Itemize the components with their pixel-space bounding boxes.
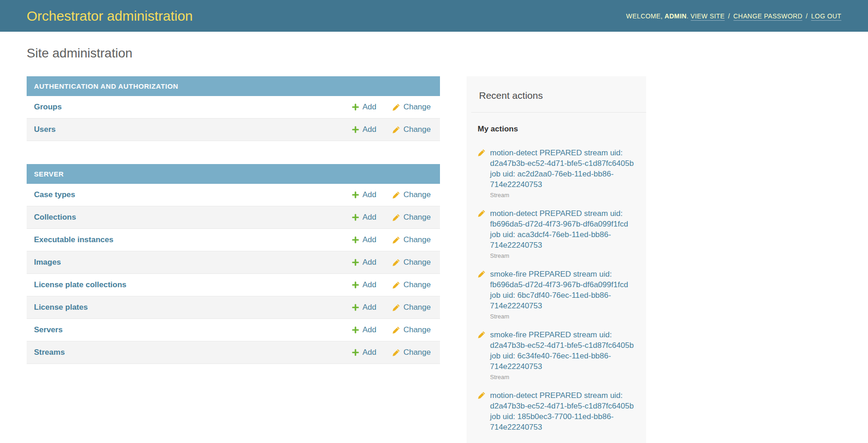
license-plate-collections-change-link[interactable]: Change	[392, 280, 431, 290]
plus-icon	[352, 259, 359, 266]
recent-action-link[interactable]: smoke-fire PREPARED stream uid: fb696da5…	[490, 269, 637, 311]
model-row-images: Images Add Change	[27, 251, 440, 274]
welcome-text: WELCOME,	[626, 12, 662, 20]
license-plates-add-link[interactable]: Add	[352, 303, 376, 312]
my-actions-subtitle: My actions	[478, 125, 635, 134]
module-auth: AUTHENTICATION AND AUTHORIZATION Groups …	[27, 76, 440, 141]
recent-action-link[interactable]: motion-detect PREPARED stream uid: d2a47…	[490, 148, 637, 190]
case-types-add-link[interactable]: Add	[352, 190, 376, 199]
plus-icon	[352, 126, 359, 133]
model-row-streams: Streams Add Change	[27, 341, 440, 364]
recent-action-link[interactable]: motion-detect PREPARED stream uid: fb696…	[490, 208, 637, 250]
add-label: Add	[362, 213, 376, 222]
site-branding[interactable]: Orchestrator administration	[27, 8, 193, 24]
groups-link[interactable]: Groups	[34, 102, 352, 112]
users-add-link[interactable]: Add	[352, 125, 376, 134]
executable-instances-change-link[interactable]: Change	[392, 235, 431, 244]
executable-instances-link[interactable]: Executable instances	[34, 235, 352, 244]
license-plates-link[interactable]: License plates	[34, 303, 352, 312]
add-label: Add	[362, 280, 376, 290]
log-out-link[interactable]: LOG OUT	[811, 12, 841, 21]
change-label: Change	[403, 303, 431, 312]
change-label: Change	[403, 190, 431, 199]
recent-actions-title: Recent actions	[471, 76, 646, 113]
pencil-icon	[478, 149, 485, 157]
recent-action-link[interactable]: smoke-fire PREPARED stream uid: d2a47b3b…	[490, 329, 637, 372]
change-label: Change	[403, 325, 431, 335]
plus-icon	[352, 326, 359, 334]
pencil-icon	[478, 270, 485, 278]
change-label: Change	[403, 258, 431, 267]
pencil-icon	[392, 349, 400, 357]
recent-action-type: Stream	[490, 312, 637, 320]
recent-action-entry: motion-detect PREPARED stream uid: d2a47…	[478, 148, 637, 199]
plus-icon	[352, 236, 359, 244]
servers-link[interactable]: Servers	[34, 325, 352, 335]
model-row-executable-instances: Executable instances Add Change	[27, 229, 440, 251]
model-row-license-plates: License plates Add Change	[27, 296, 440, 319]
users-change-link[interactable]: Change	[392, 125, 431, 134]
change-label: Change	[403, 125, 431, 134]
plus-icon	[352, 103, 359, 111]
change-password-link[interactable]: CHANGE PASSWORD	[733, 12, 802, 21]
view-site-link[interactable]: VIEW SITE	[691, 12, 725, 21]
model-row-collections: Collections Add Change	[27, 206, 440, 229]
recent-action-entry: smoke-fire PREPARED stream uid: d2a47b3b…	[478, 329, 637, 381]
groups-change-link[interactable]: Change	[392, 102, 431, 112]
images-add-link[interactable]: Add	[352, 258, 376, 267]
recent-action-link[interactable]: motion-detect PREPARED stream uid: d2a47…	[490, 390, 637, 432]
license-plate-collections-link[interactable]: License plate collections	[34, 280, 352, 290]
recent-action-type: Stream	[490, 252, 637, 260]
add-label: Add	[362, 190, 376, 199]
main-column: Site administration AUTHENTICATION AND A…	[27, 32, 440, 387]
link-separator: /	[728, 12, 730, 20]
case-types-change-link[interactable]: Change	[392, 190, 431, 199]
add-label: Add	[362, 258, 376, 267]
license-plates-change-link[interactable]: Change	[392, 303, 431, 312]
add-label: Add	[362, 102, 376, 112]
add-label: Add	[362, 235, 376, 244]
content: Site administration AUTHENTICATION AND A…	[0, 32, 868, 443]
change-label: Change	[403, 348, 431, 357]
executable-instances-add-link[interactable]: Add	[352, 235, 376, 244]
username: ADMIN	[665, 12, 687, 20]
collections-add-link[interactable]: Add	[352, 213, 376, 222]
images-link[interactable]: Images	[34, 258, 352, 267]
add-label: Add	[362, 303, 376, 312]
pencil-icon	[392, 236, 400, 244]
groups-add-link[interactable]: Add	[352, 102, 376, 112]
add-label: Add	[362, 325, 376, 335]
module-caption[interactable]: AUTHENTICATION AND AUTHORIZATION	[27, 76, 440, 96]
plus-icon	[352, 281, 359, 289]
pencil-icon	[392, 191, 400, 199]
collections-change-link[interactable]: Change	[392, 213, 431, 222]
pencil-icon	[478, 210, 485, 217]
pencil-icon	[392, 304, 400, 312]
collections-link[interactable]: Collections	[34, 213, 352, 222]
pencil-icon	[392, 281, 400, 289]
license-plate-collections-add-link[interactable]: Add	[352, 280, 376, 290]
streams-add-link[interactable]: Add	[352, 348, 376, 357]
case-types-link[interactable]: Case types	[34, 190, 352, 199]
images-change-link[interactable]: Change	[392, 258, 431, 267]
change-label: Change	[403, 213, 431, 222]
streams-change-link[interactable]: Change	[392, 348, 431, 357]
plus-icon	[352, 304, 359, 311]
change-label: Change	[403, 102, 431, 112]
recent-action-entry: motion-detect PREPARED stream uid: d2a47…	[478, 390, 637, 432]
streams-link[interactable]: Streams	[34, 348, 352, 357]
users-link[interactable]: Users	[34, 125, 352, 134]
recent-action-entry: smoke-fire PREPARED stream uid: fb696da5…	[478, 269, 637, 320]
page-title: Site administration	[27, 46, 440, 61]
module-caption[interactable]: SERVER	[27, 164, 440, 184]
servers-change-link[interactable]: Change	[392, 325, 431, 335]
change-label: Change	[403, 280, 431, 290]
user-tools: WELCOME, ADMIN. VIEW SITE / CHANGE PASSW…	[626, 12, 841, 20]
pencil-icon	[392, 126, 400, 134]
model-row-users: Users Add Change	[27, 119, 440, 141]
pencil-icon	[478, 392, 485, 399]
servers-add-link[interactable]: Add	[352, 325, 376, 335]
header: Orchestrator administration WELCOME, ADM…	[0, 0, 868, 32]
recent-action-type: Stream	[490, 373, 637, 381]
model-row-license-plate-collections: License plate collections Add Change	[27, 274, 440, 296]
